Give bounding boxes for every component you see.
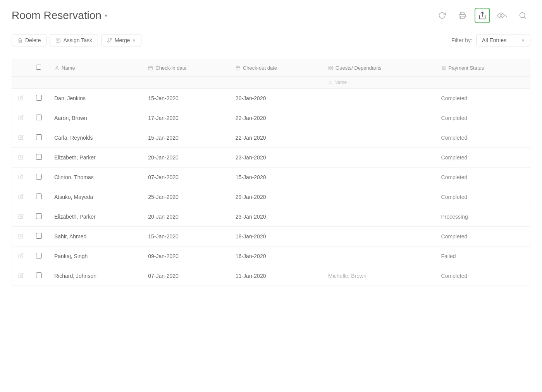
delete-button[interactable]: Delete [12, 34, 46, 46]
svg-rect-26 [442, 67, 446, 68]
row-checkbox-5[interactable] [36, 193, 42, 199]
table-row: Carla, Reynolds15-Jan-202022-Jan-2020Com… [12, 128, 530, 148]
person2-icon [328, 80, 332, 85]
row-checkbox-cell [30, 89, 48, 108]
row-checkbox-cell [30, 266, 48, 286]
eye-icon [497, 12, 505, 19]
row-checkbox-cell [30, 108, 48, 128]
person-icon [54, 65, 59, 70]
svg-rect-27 [442, 69, 446, 69]
share-icon [478, 11, 487, 20]
edit-icon [18, 194, 24, 199]
col-edit-header [12, 59, 30, 77]
row-payment-cell: Processing [435, 207, 530, 227]
view-button[interactable]: ∨ [495, 8, 510, 23]
row-edit-cell[interactable] [12, 128, 30, 148]
row-checkbox-0[interactable] [36, 95, 42, 101]
row-edit-cell[interactable] [12, 207, 30, 227]
row-edit-cell[interactable] [12, 266, 30, 286]
edit-icon [18, 273, 24, 278]
svg-rect-13 [149, 66, 153, 70]
search-icon [519, 12, 527, 19]
edit-icon [18, 253, 24, 258]
share-button[interactable] [475, 8, 490, 23]
row-edit-cell[interactable] [12, 108, 30, 128]
table-row: Clinton, Thomas07-Jan-202015-Jan-2020Com… [12, 168, 530, 187]
grid2-icon [441, 65, 446, 70]
row-checkbox-1[interactable] [36, 115, 42, 120]
row-guest-cell [322, 246, 435, 266]
row-edit-cell[interactable] [12, 246, 30, 266]
col-payment-label: Payment Status [449, 65, 484, 71]
row-checkbox-7[interactable] [36, 233, 42, 239]
row-checkbox-cell [30, 128, 48, 148]
row-checkbox-4[interactable] [36, 174, 42, 180]
svg-point-12 [56, 66, 57, 67]
edit-icon [18, 154, 24, 160]
col-guests-header: Guests/ Dependants [322, 59, 435, 77]
row-checkbox-3[interactable] [36, 154, 42, 160]
subheader-guest-name-label: Name [334, 80, 347, 85]
merge-button[interactable]: Merge ∨ [101, 34, 141, 46]
print-icon [458, 12, 466, 19]
row-checkout-cell: 20-Jan-2020 [229, 89, 322, 108]
row-checkout-cell: 15-Jan-2020 [229, 168, 322, 187]
row-checkout-cell: 11-Jan-2020 [229, 266, 322, 286]
row-checkin-cell: 20-Jan-2020 [142, 207, 229, 227]
row-edit-cell[interactable] [12, 148, 30, 168]
svg-point-10 [110, 38, 112, 40]
assign-task-label: Assign Task [63, 37, 92, 43]
row-checkin-cell: 17-Jan-2020 [142, 108, 229, 128]
refresh-button[interactable] [434, 8, 450, 23]
refresh-icon [438, 12, 446, 19]
merge-label: Merge [115, 37, 130, 43]
row-checkbox-6[interactable] [36, 213, 42, 219]
table-row: Elizabeth, Parker20-Jan-202023-Jan-2020C… [12, 148, 530, 168]
table-row: Dan, Jenkins15-Jan-202020-Jan-2020Comple… [12, 89, 530, 108]
row-checkbox-cell [30, 168, 48, 187]
row-guest-cell [322, 227, 435, 246]
title-chevron-icon[interactable]: ▾ [105, 12, 107, 19]
filter-value: All Entries [482, 37, 506, 43]
row-edit-cell[interactable] [12, 168, 30, 187]
app-container: Room Reservation ▾ [0, 0, 542, 294]
row-checkin-cell: 20-Jan-2020 [142, 148, 229, 168]
assign-task-button[interactable]: Assign Task [50, 34, 98, 46]
edit-icon [18, 233, 24, 239]
header: Room Reservation ▾ [12, 8, 530, 27]
edit-icon [18, 115, 24, 120]
merge-chevron-icon: ∨ [132, 38, 136, 43]
row-guest-cell [322, 187, 435, 207]
filter-area: Filter by: All Entries ∨ [451, 34, 530, 46]
print-button[interactable] [454, 8, 470, 23]
row-guest-cell [322, 148, 435, 168]
row-name-cell: Atsuko, Mayeda [48, 187, 142, 207]
row-checkbox-9[interactable] [36, 272, 42, 278]
search-button[interactable] [515, 8, 530, 23]
view-chevron-icon: ∨ [505, 13, 508, 18]
row-guest-cell [322, 89, 435, 108]
row-checkbox-2[interactable] [36, 134, 42, 140]
svg-rect-17 [236, 66, 240, 70]
select-all-checkbox[interactable] [36, 65, 41, 70]
row-checkbox-cell [30, 148, 48, 168]
row-payment-cell: Completed [435, 168, 530, 187]
title-text: Room Reservation [12, 9, 102, 22]
row-payment-cell: Completed [435, 266, 530, 286]
edit-icon [18, 95, 24, 101]
row-guest-cell [322, 128, 435, 148]
svg-rect-21 [329, 66, 330, 67]
edit-icon [18, 174, 24, 180]
row-checkbox-8[interactable] [36, 253, 42, 258]
col-name-label: Name [62, 65, 75, 71]
row-checkin-cell: 07-Jan-2020 [142, 168, 229, 187]
filter-select[interactable]: All Entries ∨ [476, 34, 530, 46]
row-checkbox-cell [30, 207, 48, 227]
row-checkbox-cell [30, 187, 48, 207]
row-checkin-cell: 25-Jan-2020 [142, 187, 229, 207]
row-edit-cell[interactable] [12, 187, 30, 207]
row-edit-cell[interactable] [12, 227, 30, 246]
row-edit-cell[interactable] [12, 89, 30, 108]
table-row: Pankaj, Singh09-Jan-202016-Jan-2020Faile… [12, 246, 530, 266]
svg-rect-22 [331, 66, 333, 67]
